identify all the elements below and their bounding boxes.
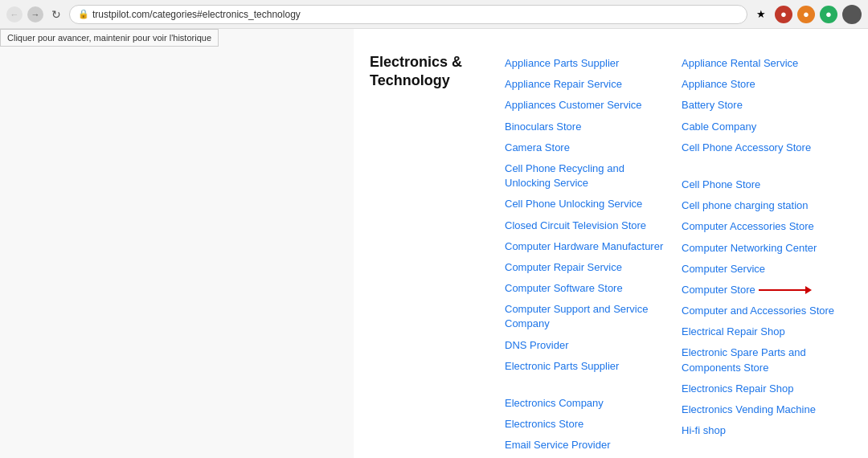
list-item[interactable]: Closed Circuit Television Store [498,215,675,236]
categories-container: Appliance Parts SupplierAppliance Repair… [498,53,852,456]
list-item[interactable]: Computer Software Store [498,278,675,299]
left-panel [0,29,354,458]
back-button[interactable]: ← [6,6,23,22]
list-item[interactable]: Appliance Parts Supplier [498,53,675,74]
arrow-annotation [759,289,807,291]
list-item [675,158,852,174]
list-item[interactable]: Appliances Customer Service [498,95,675,116]
list-item[interactable]: Email Service Provider [498,435,675,456]
list-item[interactable]: Computer Accessories Store [675,216,852,237]
list-item[interactable]: Cell phone charging station [675,195,852,216]
extension-btn-2[interactable]: ● [797,6,815,23]
list-item[interactable]: Cell Phone Recycling and Unlocking Servi… [498,158,675,194]
list-item[interactable]: Appliance Store [675,74,852,95]
main-content: Electronics & Technology Appliance Parts… [354,29,868,458]
extension-btn-3[interactable]: ● [820,6,837,23]
list-item[interactable]: Electronic Parts Supplier [498,356,675,377]
list-item[interactable]: Appliance Rental Service [675,53,852,74]
list-item[interactable]: Computer Networking Center [675,238,852,259]
list-item[interactable]: Binoculars Store [498,117,675,137]
list-item [498,377,675,393]
browser-chrome: ← → ↻ 🔒 trustpilot.com/categories#electr… [0,0,868,29]
list-item[interactable]: Electronic Spare Parts and Components St… [675,342,852,378]
list-item[interactable]: Computer Service [675,259,852,280]
list-item[interactable]: Computer Hardware Manufacturer [498,236,675,257]
avatar[interactable] [842,5,862,24]
list-item[interactable]: Computer and Accessories Store [675,301,852,321]
forward-button[interactable]: → [27,6,43,22]
list-item[interactable]: Cell Phone Unlocking Service [498,194,675,215]
list-item[interactable]: Electrical Repair Shop [675,321,852,342]
list-item[interactable]: Electronics Vending Machine [675,399,852,420]
list-item[interactable]: Cable Company [675,117,852,137]
url-text: trustpilot.com/categories#electronics_te… [92,9,301,20]
list-item[interactable]: Electronics Store [498,414,675,435]
address-bar[interactable]: 🔒 trustpilot.com/categories#electronics_… [69,5,747,24]
list-item[interactable]: Electronics Repair Shop [675,378,852,399]
section-row: Electronics & Technology Appliance Parts… [354,45,868,458]
list-item[interactable]: Appliance Repair Service [498,74,675,95]
list-item[interactable]: Computer Support and Service Company [498,299,675,334]
list-item[interactable]: Camera Store [498,137,675,158]
tooltip: Cliquer pour avancer, maintenir pour voi… [0,29,219,47]
browser-actions: ★ ● ● ● [752,5,862,24]
section-title: Electronics & Technology [370,53,498,456]
list-item[interactable]: Cell Phone Accessory Store [675,137,852,158]
left-column: Appliance Parts SupplierAppliance Repair… [498,53,675,456]
refresh-button[interactable]: ↻ [48,6,64,22]
bookmark-button[interactable]: ★ [752,6,770,23]
list-item[interactable]: DNS Provider [498,335,675,356]
list-item[interactable]: Cell Phone Store [675,174,852,195]
list-item[interactable]: Hi-fi shop [675,420,852,441]
list-item[interactable]: Electronics Company [498,393,675,414]
lock-icon: 🔒 [78,9,89,19]
right-column: Appliance Rental ServiceAppliance StoreB… [675,53,852,456]
list-item[interactable]: Computer Store [675,280,852,301]
extension-btn-1[interactable]: ● [775,6,792,23]
list-item[interactable]: Battery Store [675,95,852,116]
list-item[interactable]: Computer Repair Service [498,257,675,278]
